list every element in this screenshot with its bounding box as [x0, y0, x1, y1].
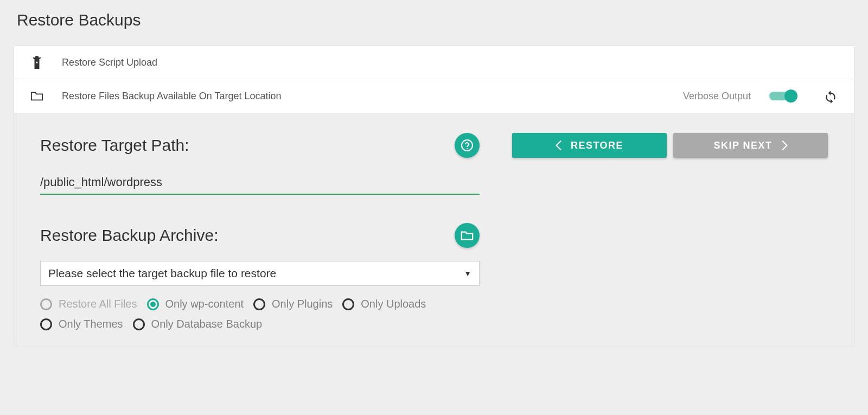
- verbose-output-toggle[interactable]: [769, 92, 795, 100]
- restore-button[interactable]: Restore: [512, 133, 667, 158]
- chevron-right-icon: [781, 141, 788, 150]
- radio-circle: [253, 298, 265, 310]
- refresh-icon[interactable]: [824, 89, 838, 103]
- radio-only-uploads[interactable]: Only Uploads: [342, 298, 426, 310]
- restore-button-label: Restore: [571, 140, 623, 151]
- verbose-output-label: Verbose Output: [683, 91, 751, 102]
- toggle-thumb: [784, 90, 797, 103]
- radio-label: Only Database Backup: [151, 318, 263, 330]
- skip-button-label: Skip Next: [713, 140, 772, 151]
- panel-restore-files: Restore Files Backup Available On Target…: [14, 79, 854, 113]
- chevron-down-icon: ▼: [464, 269, 471, 278]
- panel-script-upload[interactable]: Restore Script Upload: [14, 46, 854, 79]
- radio-circle: [133, 318, 145, 330]
- radio-restore-all[interactable]: Restore All Files: [40, 298, 137, 310]
- target-path-input[interactable]: [40, 171, 480, 195]
- radio-only-database[interactable]: Only Database Backup: [133, 318, 263, 330]
- content-area: Restore Target Path: Restore Backup Arch…: [14, 113, 854, 347]
- radio-only-themes[interactable]: Only Themes: [40, 318, 123, 330]
- help-icon: [461, 139, 474, 152]
- panel-files-label: Restore Files Backup Available On Target…: [62, 91, 282, 102]
- radio-circle: [147, 298, 159, 310]
- radio-label: Only Themes: [59, 318, 123, 330]
- radio-circle: [40, 298, 52, 310]
- radio-label: Only Uploads: [361, 298, 426, 310]
- remote-icon: [30, 56, 43, 69]
- restore-scope-radios: Restore All Files Only wp-content Only P…: [40, 298, 480, 330]
- folder-icon: [461, 229, 474, 241]
- folder-outline-icon: [30, 90, 43, 103]
- help-button[interactable]: [455, 133, 480, 158]
- action-buttons: Restore Skip Next: [512, 133, 828, 158]
- radio-label: Only Plugins: [272, 298, 333, 310]
- radio-circle: [342, 298, 354, 310]
- radio-circle: [40, 318, 52, 330]
- radio-only-wpcontent[interactable]: Only wp-content: [147, 298, 244, 310]
- archive-heading: Restore Backup Archive:: [40, 226, 219, 245]
- restore-card: Restore Script Upload Restore Files Back…: [14, 46, 854, 347]
- radio-only-plugins[interactable]: Only Plugins: [253, 298, 333, 310]
- panel-upload-label: Restore Script Upload: [62, 57, 157, 68]
- target-path-heading: Restore Target Path:: [40, 136, 189, 155]
- archive-block: Restore Backup Archive: Please select th…: [40, 223, 480, 330]
- radio-label: Only wp-content: [165, 298, 244, 310]
- page-title: Restore Backups: [17, 11, 854, 29]
- browse-archive-button[interactable]: [455, 223, 480, 248]
- skip-next-button[interactable]: Skip Next: [673, 133, 828, 158]
- target-path-block: Restore Target Path:: [40, 133, 480, 195]
- archive-select-placeholder: Please select the target backup file to …: [48, 267, 276, 280]
- radio-label: Restore All Files: [59, 298, 137, 310]
- chevron-left-icon: [556, 141, 562, 150]
- archive-select[interactable]: Please select the target backup file to …: [40, 261, 480, 286]
